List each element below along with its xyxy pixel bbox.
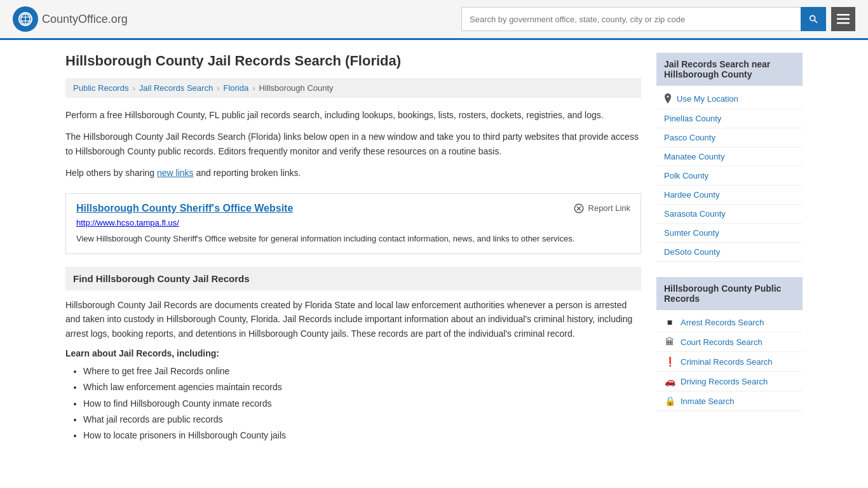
criminal-records-icon: ❗: [664, 356, 675, 367]
sidebar-item-arrest-records[interactable]: ■ Arrest Records Search: [656, 313, 803, 332]
result-url-link[interactable]: http://www.hcso.tampa.fl.us/: [76, 218, 179, 227]
sidebar-item-criminal-records[interactable]: ❗ Criminal Records Search: [656, 352, 803, 372]
inmate-search-icon: 🔒: [664, 396, 675, 406]
sidebar-item-pasco[interactable]: Pasco County: [656, 128, 803, 147]
intro-paragraph-1: Perform a free Hillsborough County, FL p…: [65, 108, 641, 122]
list-item: What jail records are public records: [83, 412, 641, 428]
sidebar-nearby-header: Jail Records Search near Hillsborough Co…: [656, 53, 803, 86]
search-button[interactable]: [801, 7, 826, 31]
result-title-link[interactable]: Hillsborough County Sheriff's Office Web…: [76, 203, 293, 214]
svg-rect-8: [837, 22, 850, 24]
result-title: Hillsborough County Sheriff's Office Web…: [76, 203, 293, 214]
list-item: How to locate prisoners in Hillsborough …: [83, 428, 641, 444]
sidebar-use-location[interactable]: Use My Location: [656, 88, 803, 109]
breadcrumb-jail-records-search[interactable]: Jail Records Search: [139, 83, 213, 93]
breadcrumb: Public Records › Jail Records Search › F…: [65, 78, 641, 98]
result-card: Hillsborough County Sheriff's Office Web…: [65, 193, 641, 255]
sidebar-public-records-header: Hillsborough County Public Records: [656, 277, 803, 310]
breadcrumb-public-records[interactable]: Public Records: [73, 83, 128, 93]
list-item: How to find Hillsborough County inmate r…: [83, 396, 641, 412]
svg-rect-7: [837, 18, 850, 20]
sidebar-item-sumter[interactable]: Sumter County: [656, 224, 803, 243]
report-icon: [573, 203, 585, 214]
sidebar-item-polk[interactable]: Polk County: [656, 166, 803, 186]
location-pin-icon: [664, 93, 672, 104]
section-header: Find Hillsborough County Jail Records: [65, 267, 641, 290]
sidebar-item-pinellas[interactable]: Pinellas County: [656, 109, 803, 128]
result-url: http://www.hcso.tampa.fl.us/: [76, 218, 630, 227]
use-location-link[interactable]: Use My Location: [677, 94, 738, 104]
court-records-icon: 🏛: [664, 337, 675, 347]
sidebar: Jail Records Search near Hillsborough Co…: [656, 53, 803, 444]
section-body: Hillsborough County Jail Records are doc…: [65, 298, 641, 341]
logo-icon: [13, 6, 38, 32]
main-content: Hillsborough County Jail Records Search …: [65, 53, 641, 444]
list-item: Where to get free Jail Records online: [83, 363, 641, 379]
sidebar-item-inmate-search[interactable]: 🔒 Inmate Search: [656, 391, 803, 411]
result-description: View Hillsborough County Sheriff's Offic…: [76, 233, 630, 245]
sidebar-item-court-records[interactable]: 🏛 Court Records Search: [656, 332, 803, 352]
sidebar-item-manatee[interactable]: Manatee County: [656, 147, 803, 166]
sidebar-item-desoto[interactable]: DeSoto County: [656, 243, 803, 262]
arrest-records-icon: ■: [664, 317, 675, 327]
sidebar-item-sarasota[interactable]: Sarasota County: [656, 205, 803, 224]
intro-paragraph-3: Help others by sharing new links and rep…: [65, 166, 641, 180]
breadcrumb-current: Hillsborough County: [259, 83, 334, 93]
hamburger-icon: [837, 14, 850, 24]
learn-heading: Learn about Jail Records, including:: [65, 348, 641, 358]
site-logo[interactable]: CountyOffice.org: [13, 6, 128, 32]
sidebar-item-driving-records[interactable]: 🚗 Driving Records Search: [656, 372, 803, 391]
sidebar-nearby-section: Jail Records Search near Hillsborough Co…: [656, 53, 803, 262]
menu-button[interactable]: [831, 7, 855, 31]
driving-records-icon: 🚗: [664, 376, 675, 386]
breadcrumb-florida[interactable]: Florida: [223, 83, 248, 93]
svg-rect-6: [837, 14, 850, 16]
intro-paragraph-2: The Hillsborough County Jail Records Sea…: [65, 130, 641, 158]
sidebar-item-hardee[interactable]: Hardee County: [656, 186, 803, 205]
svg-line-5: [815, 20, 817, 23]
page-title: Hillsborough County Jail Records Search …: [65, 53, 641, 69]
sidebar-public-records-section: Hillsborough County Public Records ■ Arr…: [656, 277, 803, 411]
search-icon: [808, 14, 818, 24]
new-links-link[interactable]: new links: [157, 168, 194, 178]
search-area: [461, 7, 855, 31]
list-item: Which law enforcement agencies maintain …: [83, 379, 641, 395]
svg-point-4: [810, 16, 815, 21]
report-link-button[interactable]: Report Link: [573, 203, 630, 214]
bullet-list: Where to get free Jail Records online Wh…: [83, 363, 641, 444]
logo-text: CountyOffice.org: [42, 13, 128, 26]
search-input[interactable]: [461, 7, 801, 31]
